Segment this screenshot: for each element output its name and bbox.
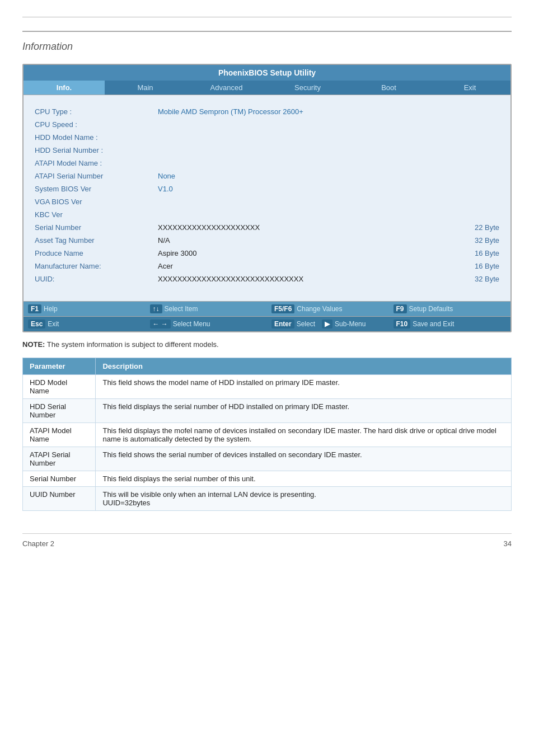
asset-tag-value: N/A xyxy=(158,236,170,245)
param-cell: UUID Number xyxy=(23,487,96,511)
nav-security[interactable]: Security xyxy=(267,81,348,95)
desc-exit: Exit xyxy=(48,320,59,328)
bios-content: CPU Type : Mobile AMD Sempron (TM) Proce… xyxy=(24,95,510,301)
asset-tag-row: N/A 32 Byte xyxy=(158,235,499,246)
page-title: Information xyxy=(22,31,512,53)
serial-number-byte: 22 Byte xyxy=(475,223,499,232)
produce-name-label: Produce Name xyxy=(35,248,158,259)
key-f1: F1 xyxy=(28,304,41,313)
desc-select-menu: Select Menu xyxy=(173,320,210,328)
vga-bios-label: VGA BIOS Ver xyxy=(35,196,158,207)
desc-change-values: Change Values xyxy=(297,305,342,313)
atapi-model-label: ATAPI Model Name : xyxy=(35,158,158,168)
bios-ver-label: System BIOS Ver xyxy=(35,184,158,194)
nav-main[interactable]: Main xyxy=(105,81,186,95)
table-row: HDD Model NameThis field shows the model… xyxy=(23,375,512,399)
manufacturer-row: Acer 16 Byte xyxy=(158,261,499,271)
asset-tag-label: Asset Tag Number xyxy=(35,235,158,246)
parameter-table: Parameter Description HDD Model NameThis… xyxy=(22,358,512,511)
chapter-label: Chapter 2 xyxy=(22,539,54,548)
uuid-value: XXXXXXXXXXXXXXXXXXXXXXXXXXXXXX xyxy=(158,275,303,283)
nav-advanced[interactable]: Advanced xyxy=(186,81,267,95)
table-row: ATAPI Model NameThis field displays the … xyxy=(23,423,512,447)
uuid-row: XXXXXXXXXXXXXXXXXXXXXXXXXXXXXX 32 Byte xyxy=(158,274,499,284)
desc-cell: This field displays the serial number of… xyxy=(96,399,512,423)
status-bar-2: Esc Exit ← → Select Menu Enter Select ▶ … xyxy=(24,316,510,331)
bios-panel: PhoenixBIOS Setup Utility Info. Main Adv… xyxy=(22,64,512,332)
param-cell: HDD Serial Number xyxy=(23,399,96,423)
manufacturer-value: Acer xyxy=(158,262,173,270)
hdd-serial-value xyxy=(158,145,499,156)
manufacturer-byte: 16 Byte xyxy=(475,262,499,270)
manufacturer-label: Manufacturer Name: xyxy=(35,261,158,271)
kbc-ver-value xyxy=(158,209,499,220)
table-row: ATAPI Serial NumberThis field shows the … xyxy=(23,447,512,471)
status-f10: F10 Save and Exit xyxy=(389,317,511,331)
desc-select: Select xyxy=(297,320,315,328)
produce-name-byte: 16 Byte xyxy=(475,249,499,257)
atapi-model-value xyxy=(158,158,499,168)
nav-exit[interactable]: Exit xyxy=(429,81,510,95)
note-label: NOTE: xyxy=(22,340,45,349)
cpu-speed-value xyxy=(158,119,499,130)
atapi-serial-label: ATAPI Serial Number xyxy=(35,171,158,181)
desc-cell: This field displays the mofel name of de… xyxy=(96,423,512,447)
footer: Chapter 2 34 xyxy=(22,533,512,548)
vga-bios-value xyxy=(158,196,499,207)
key-enter: Enter xyxy=(271,320,294,328)
status-arrows: ↑↓ Select Item xyxy=(146,302,268,316)
serial-number-value: XXXXXXXXXXXXXXXXXXXXX xyxy=(158,223,260,232)
key-f9: F9 xyxy=(394,304,407,313)
hdd-serial-label: HDD Serial Number : xyxy=(35,145,158,156)
desc-cell: This field displays the serial number of… xyxy=(96,471,512,487)
status-esc: Esc Exit xyxy=(24,317,146,331)
asset-tag-byte: 32 Byte xyxy=(475,236,499,245)
bios-fields: CPU Type : Mobile AMD Sempron (TM) Proce… xyxy=(35,106,499,284)
desc-setup-defaults: Setup Defaults xyxy=(409,305,453,313)
status-lr-arrows: ← → Select Menu xyxy=(146,317,268,331)
status-f1: F1 Help xyxy=(24,302,146,316)
bios-nav: Info. Main Advanced Security Boot Exit xyxy=(24,81,510,95)
kbc-ver-label: KBC Ver xyxy=(35,209,158,220)
hdd-model-label: HDD Model Name : xyxy=(35,132,158,143)
note-desc: The system information is subject to dif… xyxy=(47,340,219,349)
desc-cell: This field shows the model name of HDD i… xyxy=(96,375,512,399)
bios-ver-value: V1.0 xyxy=(158,184,499,194)
desc-save-exit: Save and Exit xyxy=(413,320,454,328)
note-text: NOTE: The system information is subject … xyxy=(22,340,512,349)
nav-boot[interactable]: Boot xyxy=(348,81,429,95)
desc-cell: This will be visible only when an intern… xyxy=(96,487,512,511)
status-f5f6: F5/F6 Change Values xyxy=(267,302,389,316)
cpu-type-label: CPU Type : xyxy=(35,106,158,117)
param-cell: Serial Number xyxy=(23,471,96,487)
key-arrows: ↑↓ xyxy=(150,304,162,313)
key-submenu: ▶ xyxy=(322,320,332,328)
desc-cell: This field shows the serial number of de… xyxy=(96,447,512,471)
cpu-type-value: Mobile AMD Sempron (TM) Processor 2600+ xyxy=(158,106,499,117)
table-row: UUID NumberThis will be visible only whe… xyxy=(23,487,512,511)
uuid-label: UUID: xyxy=(35,274,158,284)
col-parameter: Parameter xyxy=(23,358,96,375)
nav-info[interactable]: Info. xyxy=(24,81,105,95)
param-cell: ATAPI Model Name xyxy=(23,423,96,447)
key-lr-arrows: ← → xyxy=(150,320,171,328)
table-row: HDD Serial NumberThis field displays the… xyxy=(23,399,512,423)
cpu-speed-label: CPU Speed : xyxy=(35,119,158,130)
key-f10: F10 xyxy=(394,320,411,328)
col-description: Description xyxy=(96,358,512,375)
status-f9: F9 Setup Defaults xyxy=(389,302,511,316)
page-number: 34 xyxy=(504,539,512,548)
atapi-serial-value: None xyxy=(158,171,499,181)
serial-number-label: Serial Number xyxy=(35,222,158,233)
table-row: Serial NumberThis field displays the ser… xyxy=(23,471,512,487)
produce-name-value: Aspire 3000 xyxy=(158,249,196,257)
serial-number-row: XXXXXXXXXXXXXXXXXXXXX 22 Byte xyxy=(158,222,499,233)
desc-help: Help xyxy=(44,305,58,313)
status-enter: Enter Select ▶ Sub-Menu xyxy=(267,317,389,331)
produce-name-row: Aspire 3000 16 Byte xyxy=(158,248,499,259)
key-esc: Esc xyxy=(28,320,45,328)
desc-submenu: Sub-Menu xyxy=(335,320,366,328)
hdd-model-value xyxy=(158,132,499,143)
uuid-byte: 32 Byte xyxy=(475,275,499,283)
status-bar-1: F1 Help ↑↓ Select Item F5/F6 Change Valu… xyxy=(24,301,510,316)
